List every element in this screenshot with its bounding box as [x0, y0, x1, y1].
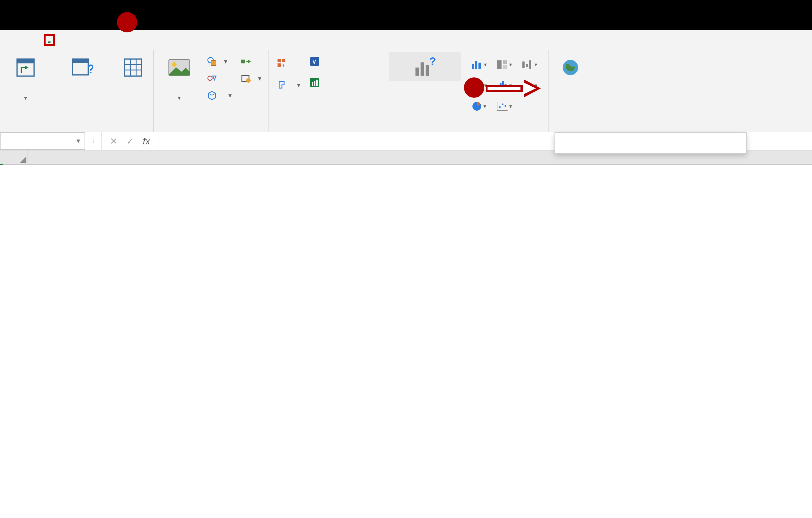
svg-rect-37 — [503, 65, 507, 68]
table-button[interactable] — [118, 52, 148, 81]
hierarchy-chart-button[interactable]: ▾ — [492, 55, 516, 74]
smartart-button[interactable] — [238, 54, 264, 68]
3d-models-button[interactable]: ▾ — [204, 88, 234, 103]
enter-icon[interactable]: ✓ — [126, 136, 134, 147]
recommended-pivot-tables-icon: ? — [70, 56, 94, 79]
svg-rect-35 — [497, 60, 501, 68]
my-addins-icon — [276, 80, 287, 91]
tab-data[interactable] — [106, 38, 108, 42]
svg-point-14 — [208, 76, 212, 80]
svg-text:V: V — [312, 59, 316, 65]
tab-insert[interactable] — [48, 37, 51, 43]
svg-rect-38 — [522, 61, 525, 68]
name-box[interactable]: ▼ — [0, 132, 85, 150]
tab-review[interactable] — [123, 38, 125, 42]
pie-chart-button[interactable]: ▾ — [467, 97, 490, 116]
annotation-badge-3 — [464, 78, 484, 98]
cube-icon — [206, 90, 218, 101]
pivot-table-icon — [14, 56, 37, 79]
globe-icon — [559, 56, 582, 79]
screenshot-button[interactable]: ▾ — [238, 71, 264, 86]
pictures-icon — [168, 56, 191, 79]
svg-point-53 — [504, 105, 506, 107]
svg-rect-13 — [211, 61, 216, 66]
group-label-tables — [5, 130, 148, 132]
svg-point-17 — [246, 78, 251, 83]
svg-rect-1 — [17, 59, 34, 63]
shapes-icon — [206, 56, 218, 67]
svg-point-11 — [172, 62, 176, 67]
svg-rect-3 — [72, 59, 88, 63]
annotation-badge-2 — [117, 12, 137, 32]
maps-button[interactable] — [554, 52, 587, 81]
scatter-chart-button[interactable]: ▾ — [492, 97, 516, 116]
tab-file[interactable] — [9, 38, 11, 42]
annotation-box-insert — [44, 34, 55, 46]
svg-text:?: ? — [87, 62, 93, 76]
group-label-illustrations — [159, 130, 264, 132]
svg-rect-32 — [472, 64, 474, 69]
fx-icon[interactable]: fx — [143, 136, 150, 147]
svg-point-52 — [502, 104, 503, 105]
ribbon: ▾ ? ▾ — [0, 50, 812, 132]
svg-rect-34 — [478, 63, 481, 69]
tooltip-recommended-charts — [554, 132, 747, 154]
svg-rect-18 — [278, 59, 281, 62]
svg-rect-56 — [488, 87, 520, 90]
annotation-arrow-3 — [486, 78, 544, 99]
pictures-button[interactable]: ▾ — [159, 52, 200, 103]
tab-formulas[interactable] — [88, 38, 90, 42]
svg-rect-25 — [312, 82, 313, 86]
recommended-charts-button[interactable]: ? — [389, 52, 461, 81]
table-icon — [122, 56, 145, 79]
waterfall-chart-button[interactable]: ▾ — [517, 55, 541, 74]
my-addins-button[interactable]: ▾ — [274, 78, 302, 92]
tab-developer[interactable] — [158, 38, 160, 42]
get-addins-button[interactable]: + — [274, 56, 302, 70]
group-label-addins — [274, 130, 379, 132]
group-label-charts — [389, 130, 544, 132]
pivot-table-button[interactable]: ▾ — [5, 52, 46, 103]
select-all-corner[interactable] — [0, 150, 27, 164]
chevron-down-icon: ▾ — [24, 95, 27, 101]
smartart-icon — [240, 56, 252, 67]
people-graph-icon[interactable] — [309, 77, 320, 89]
svg-rect-39 — [526, 64, 528, 67]
svg-rect-30 — [426, 65, 429, 76]
recommended-charts-icon: ? — [413, 56, 436, 79]
svg-rect-5 — [125, 59, 142, 76]
chevron-down-icon: ▾ — [178, 95, 181, 101]
chevron-down-icon[interactable]: ▼ — [75, 138, 81, 145]
svg-rect-15 — [241, 60, 245, 63]
svg-rect-36 — [503, 60, 507, 64]
ribbon-group-tables: ▾ ? — [0, 50, 154, 132]
screenshot-icon — [240, 73, 252, 84]
ribbon-group-tours — [549, 50, 592, 132]
icons-icon — [206, 73, 218, 84]
tab-page-layout[interactable] — [70, 38, 72, 42]
svg-rect-29 — [420, 62, 424, 76]
ribbon-group-addins: + ▾ V — [269, 50, 384, 132]
visio-icon[interactable]: V — [309, 56, 320, 68]
svg-rect-26 — [314, 81, 315, 86]
shapes-button[interactable]: ▾ — [204, 54, 234, 68]
tab-home[interactable] — [26, 38, 29, 42]
recommended-pivot-tables-button[interactable]: ? — [51, 52, 114, 81]
tab-view[interactable] — [141, 38, 143, 42]
svg-text:+: + — [282, 62, 285, 68]
cancel-icon[interactable]: ✕ — [110, 136, 117, 147]
tab-help[interactable] — [176, 38, 178, 42]
svg-rect-33 — [475, 61, 477, 69]
svg-text:?: ? — [429, 57, 436, 67]
column-chart-button[interactable]: ▾ — [467, 55, 490, 74]
ribbon-group-illustrations: ▾ ▾ ▾ — [154, 50, 269, 132]
svg-rect-40 — [529, 60, 531, 68]
ribbon-tabs — [0, 30, 812, 50]
svg-point-51 — [499, 106, 501, 108]
chart-launcher[interactable] — [517, 97, 541, 116]
svg-rect-19 — [282, 59, 285, 62]
svg-rect-20 — [278, 63, 281, 67]
svg-rect-28 — [415, 67, 419, 76]
icons-button[interactable] — [204, 71, 234, 86]
get-addins-icon: + — [276, 58, 287, 68]
